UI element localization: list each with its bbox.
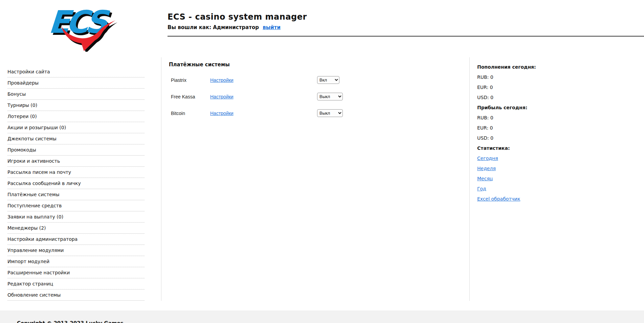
profit-value: RUB: 0 xyxy=(477,113,644,123)
footer: Copyright © 2013-2023 Lucky Games xyxy=(0,310,644,323)
main-panel: Платёжные системы PiastrixНастройкиВклВы… xyxy=(161,57,470,301)
profit-value: USD: 0 xyxy=(477,133,644,143)
sidebar-item[interactable]: Настройки администратора xyxy=(7,234,145,245)
sidebar-item[interactable]: Импорт модулей xyxy=(7,256,145,267)
ecs-logo: ECS xyxy=(46,6,122,52)
stats-link[interactable]: Excel обработчик xyxy=(477,196,520,202)
ecs-logo-swoosh-icon xyxy=(46,6,122,52)
copyright-text: Copyright © 2013-2023 Lucky Games xyxy=(17,320,124,323)
payment-row: PiastrixНастройкиВклВыкл xyxy=(169,72,469,88)
payments-heading: Платёжные системы xyxy=(169,62,469,68)
sidebar-item[interactable]: Игроки и активность xyxy=(7,156,145,167)
sidebar-item[interactable]: Рассылка сообщений в личку xyxy=(7,178,145,189)
sidebar-item[interactable]: Заявки на выплату (0) xyxy=(7,211,145,223)
profit-heading: Прибыль сегодня: xyxy=(477,102,644,113)
payment-row: Free KassaНастройкиВклВыкл xyxy=(169,88,469,105)
admin-page: ECS ECS - casino system manager Вы вошли… xyxy=(0,0,644,323)
sidebar-nav: Настройки сайтаПровайдерыБонусыТурниры (… xyxy=(0,57,161,301)
content-columns: Настройки сайтаПровайдерыБонусыТурниры (… xyxy=(0,57,644,301)
deposits-heading: Пополнения сегодня: xyxy=(477,62,644,72)
page-title: ECS - casino system manager xyxy=(168,12,644,22)
stats-panel: Пополнения сегодня:RUB: 0EUR: 0USD: 0При… xyxy=(470,57,644,301)
payment-settings-link[interactable]: Настройки xyxy=(210,111,234,116)
payment-settings-link[interactable]: Настройки xyxy=(210,77,234,83)
deposit-value: RUB: 0 xyxy=(477,72,644,82)
sidebar-item[interactable]: Акции и розыгрыши (0) xyxy=(7,122,145,133)
sidebar-item[interactable]: Бонусы xyxy=(7,89,145,100)
payment-state-select[interactable]: ВклВыкл xyxy=(317,109,343,117)
sidebar-item[interactable]: Поступление средств xyxy=(7,200,145,211)
payment-name: Piastrix xyxy=(171,77,210,83)
logout-link[interactable]: выйти xyxy=(263,24,281,30)
stats-link[interactable]: Сегодня xyxy=(477,156,498,161)
sidebar-item[interactable]: Менеджеры (2) xyxy=(7,223,145,234)
payment-link-cell: Настройки xyxy=(210,77,317,83)
sidebar-item[interactable]: Провайдеры xyxy=(7,77,145,89)
sidebar-item[interactable]: Обновление системы xyxy=(7,290,145,301)
sidebar-item[interactable]: Лотереи (0) xyxy=(7,111,145,122)
payment-state-select[interactable]: ВклВыкл xyxy=(317,93,343,100)
deposit-value: USD: 0 xyxy=(477,92,644,102)
logged-in-as-label: Вы вошли как: Администратор xyxy=(168,24,259,30)
payment-name: Bitcoin xyxy=(171,111,210,116)
stats-link-line: Неделя xyxy=(477,163,644,174)
stats-link-line: Месяц xyxy=(477,174,644,184)
payments-list: PiastrixНастройкиВклВыклFree KassaНастро… xyxy=(169,72,469,121)
sidebar-item[interactable]: Джекпоты системы xyxy=(7,133,145,144)
sidebar-item[interactable]: Управление модулями xyxy=(7,245,145,256)
sidebar-item[interactable]: Редактор страниц xyxy=(7,278,145,290)
sidebar-item[interactable]: Рассылка писем на почту xyxy=(7,167,145,178)
sidebar-item[interactable]: Расширенные настройки xyxy=(7,267,145,278)
profit-value: EUR: 0 xyxy=(477,123,644,133)
sidebar-item[interactable]: Платёжные системы xyxy=(7,189,145,200)
payment-link-cell: Настройки xyxy=(210,110,317,116)
sidebar-item[interactable]: Турниры (0) xyxy=(7,100,145,111)
stats-link-line: Excel обработчик xyxy=(477,194,644,204)
payment-row: BitcoinНастройкиВклВыкл xyxy=(169,105,469,121)
payment-name: Free Kassa xyxy=(171,94,210,99)
payment-settings-link[interactable]: Настройки xyxy=(210,94,234,99)
payment-link-cell: Настройки xyxy=(210,93,317,100)
welcome-line: Вы вошли как: Администратор выйти xyxy=(168,24,644,30)
payment-state-select[interactable]: ВклВыкл xyxy=(317,76,339,84)
stats-link-line: Сегодня xyxy=(477,153,644,163)
deposit-value: EUR: 0 xyxy=(477,82,644,92)
stats-link[interactable]: Год xyxy=(477,186,486,191)
stats-link-line: Год xyxy=(477,184,644,194)
stats-link[interactable]: Неделя xyxy=(477,166,496,171)
header: ECS - casino system manager Вы вошли как… xyxy=(168,12,644,37)
sidebar-item[interactable]: Промокоды xyxy=(7,144,145,156)
stats-heading: Статистика: xyxy=(477,143,644,153)
sidebar-item[interactable]: Настройки сайта xyxy=(7,66,145,77)
stats-link[interactable]: Месяц xyxy=(477,176,493,181)
